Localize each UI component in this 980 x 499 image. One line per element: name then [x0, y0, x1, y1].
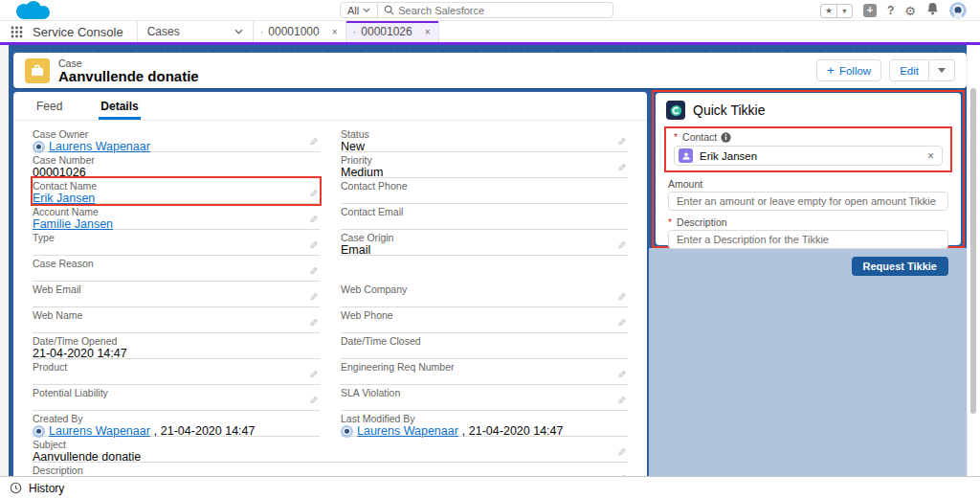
record-detail-card: Feed Details Case Owner Laurens Wapenaar…: [13, 92, 647, 476]
avatar: [33, 425, 45, 438]
more-actions-dropdown[interactable]: [929, 59, 955, 81]
plus-icon: +: [827, 64, 835, 77]
created-by-date: , 21-04-2020 14:47: [154, 424, 256, 438]
field-value: Aanvullende donatie: [33, 450, 628, 464]
field-label: Web Phone: [341, 310, 628, 321]
global-actions-icon[interactable]: +: [863, 4, 877, 17]
console-tab-00001000[interactable]: 00001000 ×: [254, 21, 346, 42]
field-label: Last Modified By: [341, 414, 628, 424]
remove-contact-icon[interactable]: ×: [927, 149, 934, 163]
setup-gear-icon[interactable]: ⚙: [904, 5, 916, 17]
contact-pill[interactable]: Erik Jansen ×: [674, 146, 943, 166]
edit-pencil-icon[interactable]: ✎: [617, 369, 626, 381]
edit-pencil-icon[interactable]: ✎: [617, 446, 626, 459]
record-header: Case Aanvullende donatie + Follow Edit: [13, 53, 967, 88]
case-owner-link[interactable]: Laurens Wapenaar: [49, 140, 150, 153]
field-status: Status New ✎: [341, 126, 628, 152]
field-date-time-closed: Date/Time Closed: [341, 333, 628, 359]
close-tab-icon[interactable]: ×: [332, 27, 338, 37]
info-icon[interactable]: [721, 132, 731, 143]
request-tikkie-button[interactable]: Request Tikkie: [852, 257, 948, 276]
field-label: Product: [33, 362, 320, 373]
field-label: Contact Phone: [341, 181, 628, 192]
tab-details[interactable]: Details: [99, 94, 140, 120]
search-input[interactable]: [394, 5, 612, 16]
account-name-link[interactable]: Familie Jansen: [33, 217, 113, 231]
favorite-star-icon[interactable]: ★: [821, 5, 836, 17]
field-label: Case Number: [33, 155, 320, 166]
favorites-dropdown-icon[interactable]: ▼: [836, 5, 852, 17]
global-header: All ★ ▼ + ? ⚙: [0, 0, 980, 21]
chevron-down-icon[interactable]: [325, 30, 326, 34]
field-description: Description Ik zou graag deze maand een …: [33, 463, 628, 476]
quick-tikkie-panel: Quick Tikkie * Contact Erik Jansen × Amo…: [656, 93, 961, 245]
field-value: New: [341, 140, 628, 153]
search-scope-dropdown[interactable]: All: [341, 3, 378, 17]
record-header-text: Case Aanvullende donatie: [58, 57, 199, 84]
edit-pencil-icon[interactable]: ✎: [617, 291, 626, 304]
edit-pencil-icon[interactable]: ✎: [309, 136, 318, 148]
chevron-down-icon: [234, 29, 243, 34]
contact-name-link[interactable]: Erik Jansen: [33, 192, 95, 205]
notifications-bell-icon[interactable]: [926, 2, 939, 19]
field-value: 00001026: [33, 166, 320, 179]
field-created-by: Created By Laurens Wapenaar , 21-04-2020…: [33, 411, 320, 437]
field-label: Date/Time Opened: [33, 336, 320, 347]
edit-pencil-icon[interactable]: ✎: [309, 214, 318, 226]
favorites-control[interactable]: ★ ▼: [820, 4, 853, 18]
workspace-tab-cases[interactable]: Cases: [137, 21, 254, 42]
page-title: Aanvullende donatie: [58, 69, 199, 84]
edit-pencil-icon[interactable]: ✎: [309, 291, 318, 304]
amount-field-label: Amount: [668, 178, 702, 190]
panel-title: Quick Tikkie: [693, 102, 765, 118]
edit-pencil-icon[interactable]: ✎: [309, 188, 318, 200]
edit-pencil-icon[interactable]: ✎: [309, 265, 318, 278]
last-modified-by-link[interactable]: Laurens Wapenaar: [357, 424, 458, 438]
edit-pencil-icon[interactable]: ✎: [617, 162, 626, 174]
help-icon[interactable]: ?: [887, 4, 894, 17]
required-asterisk: *: [674, 131, 678, 143]
contact-field-label: Contact: [682, 131, 717, 143]
field-value: [33, 243, 320, 257]
close-tab-icon[interactable]: ×: [425, 27, 431, 37]
field-value: [341, 217, 628, 231]
field-label: Case Reason: [33, 259, 320, 269]
field-value: [341, 192, 628, 205]
edit-pencil-icon[interactable]: ✎: [309, 369, 318, 381]
follow-button[interactable]: + Follow: [816, 59, 881, 81]
field-label: Subject: [33, 440, 628, 450]
edit-button[interactable]: Edit: [889, 59, 929, 81]
search-icon: [384, 5, 394, 15]
field-label: Web Name: [33, 310, 320, 321]
record-header-actions: + Follow Edit: [816, 59, 955, 81]
created-by-link[interactable]: Laurens Wapenaar: [49, 424, 150, 438]
chevron-down-icon: [363, 8, 370, 12]
edit-pencil-icon[interactable]: ✎: [309, 317, 318, 329]
edit-pencil-icon[interactable]: ✎: [617, 136, 626, 148]
chevron-down-icon[interactable]: [418, 30, 419, 34]
edit-button-label: Edit: [900, 65, 919, 77]
record-tabs: Feed Details: [13, 92, 647, 121]
field-label: Web Email: [33, 284, 320, 295]
field-value: [341, 373, 628, 386]
edit-pencil-icon[interactable]: ✎: [617, 395, 626, 407]
amount-input[interactable]: [668, 192, 948, 211]
scrollbar-track[interactable]: [967, 45, 980, 476]
edit-pencil-icon[interactable]: ✎: [309, 395, 318, 407]
edit-pencil-icon[interactable]: ✎: [309, 239, 318, 252]
console-tab-00001026[interactable]: 00001026 ×: [346, 21, 439, 42]
edit-pencil-icon[interactable]: ✎: [617, 317, 626, 329]
field-column-left: Case Owner Laurens Wapenaar ✎ Case Numbe…: [33, 126, 320, 437]
field-value: [33, 398, 320, 412]
entity-label: Case: [58, 57, 199, 69]
history-utility-button[interactable]: History: [29, 482, 64, 495]
description-input[interactable]: [668, 230, 948, 249]
left-edge-strip: [0, 45, 9, 476]
salesforce-logo: [11, 1, 54, 24]
user-avatar[interactable]: [949, 2, 967, 19]
scrollbar-thumb[interactable]: [970, 88, 976, 414]
workspace-tab-label: Cases: [147, 25, 180, 38]
app-launcher-icon[interactable]: [0, 21, 33, 42]
edit-pencil-icon[interactable]: ✎: [617, 239, 626, 252]
tab-feed[interactable]: Feed: [34, 94, 64, 120]
